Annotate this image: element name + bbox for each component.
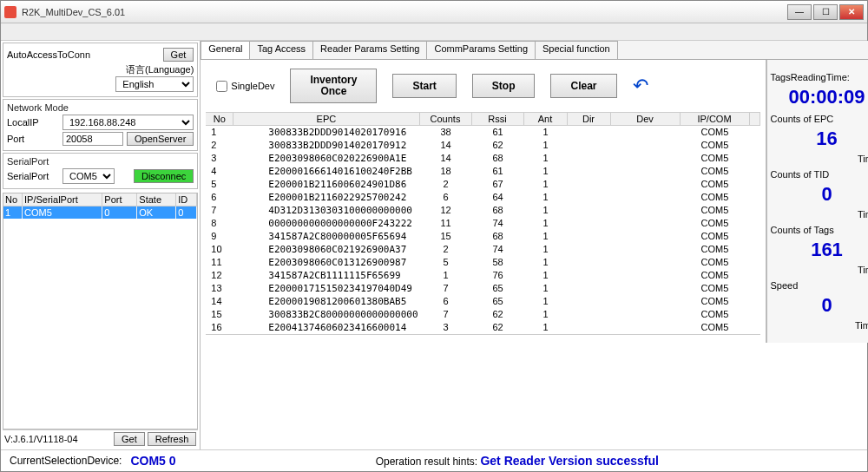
counts-tags-label: Counts of Tags	[771, 225, 869, 235]
refresh-button[interactable]: Refresh	[148, 432, 197, 446]
col-id: ID	[176, 193, 197, 206]
current-device-value: COM5 0	[130, 454, 175, 468]
tid-count: 0	[771, 183, 869, 206]
titlebar: R2K_MultiDev_CS_6.01 — ☐ ✕	[1, 1, 867, 23]
epc-col-dev: Dev	[611, 113, 681, 126]
minimize-button[interactable]: —	[787, 4, 812, 20]
col-ip: IP/SerialPort	[23, 193, 102, 206]
left-panel: AutoAccessToConn Get 语言(Language) Englis…	[1, 41, 201, 449]
epc-col-counts: Counts	[420, 113, 472, 126]
maximize-button[interactable]: ☐	[813, 4, 838, 20]
port-label: Port	[7, 134, 59, 144]
window-title: R2K_MultiDev_CS_6.01	[22, 7, 786, 17]
center-panel: General Tag Access Reader Params Setting…	[201, 41, 868, 449]
epc-row[interactable]: 9341587A2C800000005F6569415681COM5	[206, 230, 760, 243]
serial-port-select[interactable]: COM5	[62, 168, 115, 184]
auto-access-label: AutoAccessToConn	[7, 49, 90, 60]
epc-row[interactable]: 3E2003098060C020226900A1E14681COM5	[206, 152, 760, 165]
tab-strip: General Tag Access Reader Params Setting…	[201, 41, 868, 60]
tab-tag-access[interactable]: Tag Access	[249, 41, 313, 59]
epc-row[interactable]: 5E200001B2116006024901D862671COM5	[206, 178, 760, 191]
language-select[interactable]: English	[115, 76, 194, 92]
get-button-2[interactable]: Get	[114, 432, 145, 446]
tags-count: 161	[771, 239, 869, 261]
operation-hint-value: Get Reader Version successful	[480, 454, 658, 468]
disconnect-button[interactable]: Disconnec	[134, 169, 194, 183]
col-no: No	[3, 193, 23, 206]
epc-row[interactable]: 1300833B2DDD901402017091638611COM5	[206, 126, 760, 139]
stats-panel: TagsReadingTime: 00:00:09 Counts of EPC …	[766, 60, 869, 343]
epc-row[interactable]: 13E200001715150234197040D497651COM5	[206, 282, 760, 295]
col-port: Port	[102, 193, 137, 206]
open-server-button[interactable]: OpenServer	[127, 132, 194, 146]
speed-value: 0	[771, 294, 869, 317]
tab-reader-params[interactable]: Reader Params Setting	[312, 41, 427, 59]
version-label: V:J.6.1/V1118-04	[4, 434, 78, 444]
serial-port-label: SerialPort	[7, 171, 59, 181]
epc-table[interactable]: NoEPCCountsRssiAntDirDevIP/COM 1300833B2…	[206, 112, 760, 335]
connection-row[interactable]: 1 COM5 0 OK 0	[3, 206, 197, 219]
col-state: State	[137, 193, 176, 206]
epc-col-epc: EPC	[233, 113, 419, 126]
get-button[interactable]: Get	[163, 48, 194, 62]
epc-row[interactable]: 14E2000019081200601380BAB56651COM5	[206, 295, 760, 308]
serial-port-title: SerialPort	[7, 156, 194, 167]
epc-row[interactable]: 4E20000166614016100240F2BB18611COM5	[206, 165, 760, 178]
epc-row[interactable]: 12341587A2CB1111115F656991761COM5	[206, 269, 760, 282]
epc-row[interactable]: 8000000000000000000F24322211741COM5	[206, 217, 760, 230]
local-ip-label: LocalIP	[7, 117, 59, 128]
port-input[interactable]	[62, 132, 123, 146]
epc-row[interactable]: 2300833B2DDD901402017091214621COM5	[206, 139, 760, 152]
elapsed-time: 00:00:09	[771, 86, 869, 108]
close-button[interactable]: ✕	[839, 4, 864, 20]
clear-button[interactable]: Clear	[550, 74, 616, 98]
epc-col-ipcom: IP/COM	[681, 113, 750, 126]
tab-special[interactable]: Special function	[535, 41, 618, 59]
tab-comm-params[interactable]: CommParams Setting	[426, 41, 536, 59]
operation-hint-label: Operation result hints:	[376, 456, 477, 468]
undo-icon[interactable]: ↶	[633, 75, 648, 97]
counts-epc-label: Counts of EPC	[771, 114, 869, 124]
inventory-once-button[interactable]: Inventory Once	[290, 69, 377, 103]
counts-tid-label: Counts of TID	[771, 169, 869, 180]
local-ip-select[interactable]: 192.168.88.248	[62, 115, 194, 130]
epc-row[interactable]: 6E200001B21160229257002426641COM5	[206, 191, 760, 204]
single-dev-checkbox[interactable]: SingleDev	[216, 81, 274, 92]
speed-label: Speed	[771, 280, 869, 291]
epc-row[interactable]: 16E200413746060234166000143621COM5	[206, 321, 760, 334]
language-label: 语言(Language)	[115, 63, 194, 76]
epc-row[interactable]: 15300833B2C800000000000000007621COM5	[206, 308, 760, 321]
tab-general[interactable]: General	[201, 41, 250, 59]
status-bar: CurrentSelectionDevice: COM5 0 Operation…	[1, 449, 867, 471]
epc-row[interactable]: 10E2003098060C021926900A372741COM5	[206, 243, 760, 256]
app-icon	[4, 6, 16, 18]
epc-row[interactable]: 74D312D313030310000000000012681COM5	[206, 204, 760, 217]
epc-row[interactable]: 11E2003098060C0131269009875581COM5	[206, 256, 760, 269]
connection-table[interactable]: No IP/SerialPort Port State ID 1 COM5 0 …	[3, 193, 198, 429]
epc-col-ant: Ant	[524, 113, 568, 126]
stop-button[interactable]: Stop	[472, 74, 536, 98]
network-mode-title: Network Mode	[7, 102, 194, 113]
epc-col-no: No	[206, 113, 233, 126]
tags-reading-time-label: TagsReadingTime:	[771, 72, 869, 82]
menubar	[1, 23, 867, 41]
epc-col-rssi: Rssi	[472, 113, 524, 126]
start-button[interactable]: Start	[392, 74, 456, 98]
epc-count: 16	[771, 128, 869, 150]
epc-col-dir: Dir	[568, 113, 611, 126]
current-device-label: CurrentSelectionDevice:	[10, 455, 122, 467]
